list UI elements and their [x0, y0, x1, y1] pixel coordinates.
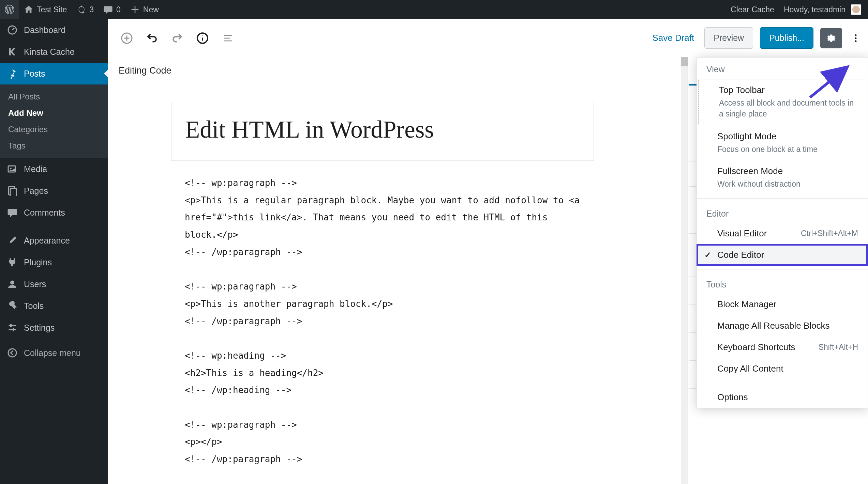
sidebar-item-pages[interactable]: Pages	[0, 180, 108, 202]
svg-rect-4	[10, 188, 16, 196]
sidebar-sub-categories[interactable]: Categories	[0, 121, 108, 138]
site-name-link[interactable]: Test Site	[19, 0, 72, 19]
preview-button[interactable]: Preview	[704, 27, 753, 49]
svg-point-5	[10, 281, 14, 285]
sidebar-item-kinsta-cache[interactable]: Kinsta Cache	[0, 41, 108, 63]
comments-icon	[7, 207, 18, 218]
sidebar-sub-add-new[interactable]: Add New	[0, 105, 108, 121]
popover-item-visual-editor[interactable]: Visual Editor Ctrl+Shift+Alt+M	[697, 223, 868, 244]
comments-link[interactable]: 0	[99, 0, 125, 19]
settings-icon	[7, 322, 18, 333]
popover-separator	[697, 383, 868, 383]
popover-item-code-editor[interactable]: Code Editor Ctrl+Shift+Alt+M	[697, 244, 868, 266]
settings-toggle-button[interactable]	[820, 28, 842, 48]
toolbar-right: Save Draft Preview Publish...	[649, 27, 863, 49]
popover-item-keyboard-shortcuts[interactable]: Keyboard Shortcuts Shift+Alt+H	[697, 337, 868, 358]
popover-item-block-manager[interactable]: Block Manager	[697, 294, 868, 315]
site-name-label: Test Site	[37, 5, 67, 14]
popover-separator	[697, 198, 868, 199]
sidebar-sub-all-posts[interactable]: All Posts	[0, 89, 108, 105]
popover-item-options[interactable]: Options	[697, 387, 868, 408]
admin-sidebar: Dashboard Kinsta Cache Posts All Posts A…	[0, 19, 108, 484]
updates-link[interactable]: 3	[72, 0, 99, 19]
svg-rect-9	[13, 328, 15, 331]
pin-icon	[7, 68, 18, 79]
undo-button[interactable]	[145, 31, 160, 46]
popover-item-copy-all[interactable]: Copy All Content	[697, 358, 868, 379]
svg-rect-6	[9, 325, 16, 326]
svg-point-16	[855, 34, 857, 36]
avatar	[851, 4, 861, 15]
sidebar-item-label: Media	[24, 164, 47, 174]
svg-point-10	[8, 349, 16, 357]
admin-bar: Test Site 3 0 New Clear Cache Howdy, tes…	[0, 0, 868, 19]
admin-bar-right: Clear Cache Howdy, testadmin	[726, 0, 866, 19]
account-link[interactable]: Howdy, testadmin	[779, 0, 866, 19]
sidebar-item-plugins[interactable]: Plugins	[0, 251, 108, 273]
comment-icon	[103, 5, 113, 14]
add-block-button[interactable]	[119, 31, 134, 46]
popover-group-tools: Tools	[697, 273, 868, 294]
popover-item-reusable-blocks[interactable]: Manage All Reusable Blocks	[697, 315, 868, 337]
sidebar-item-label: Settings	[24, 323, 55, 333]
popover-item-top-toolbar[interactable]: Top Toolbar Access all block and documen…	[698, 79, 866, 125]
svg-point-17	[855, 37, 857, 39]
editor-toolbar: Save Draft Preview Publish...	[108, 19, 868, 57]
clear-cache-link[interactable]: Clear Cache	[726, 0, 779, 19]
tools-icon	[7, 300, 18, 311]
sidebar-item-users[interactable]: Users	[0, 273, 108, 295]
popover-item-spotlight[interactable]: Spotlight Mode Focus on one block at a t…	[697, 126, 868, 160]
sidebar-item-label: Posts	[24, 69, 45, 79]
comments-count: 0	[116, 5, 121, 14]
svg-rect-7	[9, 329, 16, 330]
post-title-box[interactable]	[171, 102, 594, 161]
toolbar-left	[113, 31, 235, 46]
users-icon	[7, 279, 18, 290]
popover-separator	[697, 269, 868, 269]
editor-center: <!-- wp:paragraph --> <p>This is a regul…	[171, 102, 594, 471]
collapse-icon	[7, 347, 18, 358]
sidebar-item-label: Tools	[24, 301, 44, 311]
pages-icon	[7, 185, 18, 196]
sidebar-sub-tags[interactable]: Tags	[0, 138, 108, 154]
code-content-area[interactable]: <!-- wp:paragraph --> <p>This is a regul…	[171, 171, 594, 471]
popover-group-editor: Editor	[697, 202, 868, 223]
collapse-menu[interactable]: Collapse menu	[0, 342, 108, 364]
plugins-icon	[7, 257, 18, 268]
scrollbar[interactable]	[681, 57, 688, 484]
sidebar-item-comments[interactable]: Comments	[0, 202, 108, 223]
home-icon	[24, 5, 33, 14]
editing-code-label: Editing Code	[119, 65, 171, 76]
updates-count: 3	[89, 5, 94, 14]
sidebar-item-settings[interactable]: Settings	[0, 317, 108, 339]
sidebar-item-label: Pages	[24, 186, 48, 196]
save-draft-button[interactable]: Save Draft	[649, 33, 698, 43]
collapse-label: Collapse menu	[24, 348, 81, 358]
wordpress-icon	[5, 5, 14, 14]
info-button[interactable]	[195, 31, 210, 46]
plus-icon	[130, 5, 140, 14]
post-title-input[interactable]	[185, 116, 580, 143]
sidebar-item-posts[interactable]: Posts	[0, 63, 108, 84]
sidebar-item-label: Plugins	[24, 257, 52, 267]
popover-item-fullscreen[interactable]: Fullscreen Mode Work without distraction	[697, 160, 868, 195]
sidebar-item-tools[interactable]: Tools	[0, 295, 108, 317]
outline-button[interactable]	[220, 31, 235, 46]
new-content-link[interactable]: New	[125, 0, 164, 19]
redo-button[interactable]	[170, 31, 185, 46]
sidebar-item-label: Users	[24, 279, 46, 289]
code-text[interactable]: <!-- wp:paragraph --> <p>This is a regul…	[185, 174, 580, 468]
admin-bar-left: Test Site 3 0 New	[0, 0, 164, 19]
svg-rect-15	[224, 40, 232, 41]
wp-logo[interactable]	[0, 0, 19, 19]
publish-button[interactable]: Publish...	[760, 27, 813, 49]
svg-rect-13	[224, 35, 232, 36]
howdy-label: Howdy, testadmin	[784, 5, 845, 14]
more-options-button[interactable]	[849, 28, 863, 48]
sidebar-item-media[interactable]: Media	[0, 158, 108, 180]
sidebar-item-appearance[interactable]: Appearance	[0, 230, 108, 251]
sidebar-item-label: Kinsta Cache	[24, 47, 75, 57]
media-icon	[7, 163, 18, 174]
sidebar-item-dashboard[interactable]: Dashboard	[0, 19, 108, 41]
kinsta-icon	[7, 46, 18, 57]
